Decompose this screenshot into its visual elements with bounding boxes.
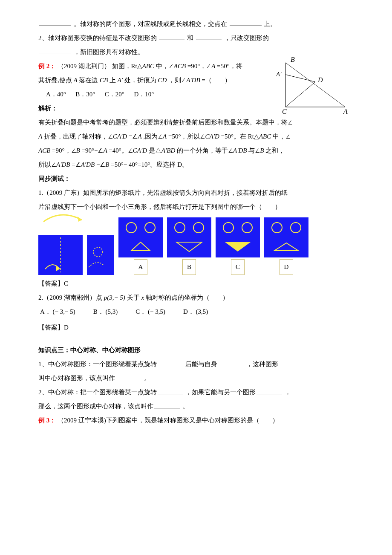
tile-option-D: D: [264, 217, 308, 275]
blank: [230, 19, 262, 26]
tile-C-svg: [216, 217, 260, 257]
text: 。: [182, 403, 189, 410]
text: ACB: [38, 147, 50, 154]
text: A′BD: [161, 147, 175, 154]
text: A′DB: [186, 77, 200, 84]
text: （2009 湖北荆门）: [58, 63, 110, 69]
text: 解析：: [38, 105, 58, 112]
example-3-label: 例 3：: [38, 417, 56, 424]
blank: [39, 47, 71, 54]
math: (− 3,5): [148, 308, 165, 315]
text: ，如果它能与另一个图形: [185, 389, 256, 396]
text: 。: [144, 375, 150, 382]
math: x: [141, 294, 144, 301]
answer-1: 【答案】C: [38, 277, 354, 291]
text: 和: [187, 35, 193, 41]
text: ABC: [142, 63, 154, 69]
choice-B: B． (5,3): [93, 305, 118, 319]
text: A′DB: [233, 147, 247, 154]
text: （2009 辽宁本溪)下列图案中，既是轴对称图形又是中心对称图形的是（ ）: [58, 417, 279, 424]
triangle-figure: B A′ D C A: [273, 56, 354, 116]
tile-label-D: D: [280, 259, 294, 275]
text: ABC: [259, 133, 271, 140]
tile-A-svg: [118, 217, 163, 257]
text: CA′D: [113, 133, 127, 140]
text: 2.（2009 湖南郴州）点: [38, 294, 104, 301]
choice-C: C． (− 3,5): [135, 305, 165, 319]
analysis-p2: A 折叠，出现了轴对称，∠CA′D =∠A ,因为∠A =50°，所以∠CA′D…: [38, 130, 354, 144]
tile-cut: [87, 235, 114, 275]
text: 之和，: [265, 147, 285, 154]
text: =50°。在 Rt△: [221, 133, 259, 140]
text: 知识点三：中心对称、中心对称图形: [38, 347, 141, 353]
text: 1、中心对称图形：一个图形绕着某点旋转: [38, 361, 157, 367]
text: A′DB: [81, 161, 95, 168]
intro-line2: 2、轴对称图形变换的特征是不改变图形的 和 ，只改变图形的: [38, 31, 354, 45]
math: p(3,− 5): [104, 294, 125, 301]
choice-C: C．20°: [105, 91, 124, 98]
text: 其折叠,使点: [38, 77, 74, 84]
text: 上。: [264, 20, 277, 27]
tile-option-A: A: [118, 217, 163, 275]
text: A: [211, 63, 215, 69]
text: A′: [118, 77, 123, 84]
svg-line-1: [285, 75, 315, 82]
text: 是△: [149, 147, 161, 154]
analysis-p3: ACB =90°，∠B =90°−∠A =40°。∠CA′D 是△A′BD 的一…: [38, 144, 354, 158]
math: (5,3): [106, 308, 118, 315]
math: (− 3,− 5): [53, 308, 75, 315]
vertex-C: C: [282, 108, 287, 115]
sync-label: 同步测试：: [38, 172, 354, 186]
blank: [116, 373, 141, 380]
text: =∠: [72, 161, 81, 168]
sync-q2-choices: A． (− 3,− 5) B． (5,3) C． (− 3,5) D． (3,5…: [38, 305, 354, 319]
vertex-Aprime: A′: [276, 71, 282, 78]
tile-option-C: C: [216, 217, 260, 275]
blank: [218, 359, 244, 366]
text: CB: [100, 77, 110, 84]
blank: [159, 33, 184, 40]
text: 2、中心对称：把一个图形绕着某一点旋转: [38, 389, 157, 396]
text: A: [163, 133, 167, 140]
text: A．: [40, 308, 51, 315]
text: =50°，所以∠: [168, 133, 205, 140]
text: B．: [93, 308, 104, 315]
text: 折叠，出现了轴对称，∠: [44, 133, 113, 140]
answer-2: 【答案】D: [38, 321, 354, 335]
svg-line-0: [285, 82, 315, 107]
sync-q1-line1: 1.（2009 广东）如图所示的矩形纸片，先沿虚线按箭头方向向右对折，接着将对折…: [38, 186, 354, 200]
text: C．: [135, 308, 146, 315]
text: A: [74, 77, 79, 84]
example-2-label: 例 2：: [38, 63, 56, 69]
text: 关于: [127, 294, 141, 301]
kp3-line2: 2、中心对称：把一个图形绕着某一点旋转 ，如果它能与另一个图形 ，: [38, 385, 354, 399]
text: ，只改变图形的: [224, 35, 269, 41]
text: 2、轴对称图形变换的特征是不改变图形的: [38, 35, 157, 41]
analysis-p1: 有关折叠问题是中考常考的题型，必须要辨别清楚折叠前后图形和数量关系。本题中，将∠: [38, 116, 354, 130]
svg-rect-6: [87, 235, 114, 275]
text: 所以∠: [38, 161, 56, 168]
text: =50°，将: [217, 63, 242, 69]
text: ，新旧图形具有对称性。: [74, 49, 144, 55]
text: 上: [110, 77, 118, 84]
text: ，这种图形: [246, 361, 278, 367]
text: 的一个外角，等于∠: [177, 147, 233, 154]
tile-fold: [38, 235, 83, 275]
choice-A: A． (− 3,− 5): [40, 305, 75, 319]
kp3-line1b: 叫中心对称图形，该点叫作 。: [38, 371, 354, 385]
example-2-block: B A′ D C A 例 2： （2009 湖北荆门） 如图，Rt△ABC 中，…: [38, 59, 354, 101]
tile-label-C: C: [231, 259, 245, 275]
text: 与∠: [248, 147, 260, 154]
text: CA′D: [133, 147, 147, 154]
text: =50°− 40°=10°。应选择 D。: [111, 161, 188, 168]
text: CA′D: [205, 133, 219, 140]
text: ,因为∠: [143, 133, 163, 140]
blank: [154, 402, 180, 408]
text: ACB: [174, 63, 186, 69]
math: (3,5): [196, 308, 208, 315]
text: 如图，Rt△: [112, 63, 142, 69]
vertex-A: A: [343, 108, 348, 115]
text: CD: [158, 77, 167, 84]
text: 。轴对称的两个图形，对应线段或延长线相交，交点在: [74, 20, 227, 27]
text: =∠: [129, 133, 138, 140]
